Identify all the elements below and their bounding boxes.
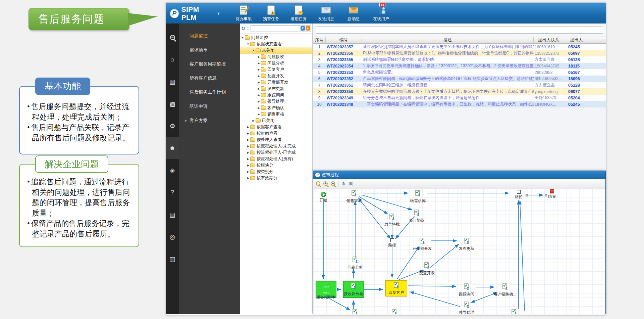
tree-node[interactable]: ▶已关闭 bbox=[240, 118, 312, 124]
refresh-icon[interactable]: ↻ bbox=[241, 26, 246, 32]
table-row[interactable]: 7WT202023351请问怎么同时给三维加二维授权流程方太董立鑫05128 bbox=[313, 82, 606, 88]
header-tool-todo[interactable]: 待办事项 bbox=[230, 5, 257, 22]
flow-node-partial[interactable] bbox=[501, 309, 527, 314]
column-header[interactable]: 序号 bbox=[313, 37, 326, 43]
table-row[interactable]: 8WT202023350在模具主数据中的详细信息认领卡上传文件后点击归档，提示下… bbox=[313, 88, 606, 95]
tree-node[interactable]: ▼依据状态查看 bbox=[240, 41, 312, 47]
tree-expand-icon[interactable]: ▶ bbox=[246, 138, 250, 141]
column-header[interactable]: 编号 bbox=[326, 37, 362, 43]
header-tool-overdue-task[interactable]: 逾期任务 bbox=[285, 5, 312, 22]
tree-node[interactable]: ▶配置开发 bbox=[240, 73, 312, 79]
tree-expand-icon[interactable]: ▼ bbox=[252, 49, 255, 52]
column-header[interactable]: 提出人 bbox=[567, 37, 586, 43]
tree-expand-icon[interactable]: ▶ bbox=[257, 113, 261, 116]
window-titlebar[interactable]: P 签审过程 bbox=[313, 171, 605, 179]
tree-node[interactable]: ▶回复客户 bbox=[240, 66, 312, 73]
tree-node[interactable]: ▶问题分析 bbox=[240, 60, 312, 66]
rail-item-security-shield[interactable]: ◈ bbox=[166, 159, 179, 181]
tree-expand-icon[interactable]: ▶ bbox=[246, 157, 250, 161]
tree-search-input[interactable]: ▼ ▲ bbox=[251, 25, 311, 32]
flow-node-发布更新[interactable]: 发布更新 bbox=[454, 238, 479, 251]
tree-expand-icon[interactable]: ▶ bbox=[257, 87, 261, 90]
tree-expand-icon[interactable]: ▶ bbox=[257, 100, 261, 103]
flow-node-回复客户[interactable]: 回复客户 bbox=[385, 280, 407, 297]
flow-node-服务端脚本[interactable]: 10100101服务端脚本 bbox=[316, 281, 336, 298]
flow-node-开发部开发[interactable]: 开发部开发 bbox=[410, 238, 435, 251]
tree-node[interactable]: ▶按类别分 bbox=[240, 169, 312, 175]
tree-expand-icon[interactable]: ▶ bbox=[257, 75, 261, 78]
monitor-icon[interactable]: ▣ bbox=[348, 181, 353, 186]
tree-expand-icon[interactable]: ▶ bbox=[246, 145, 250, 148]
tree-node[interactable]: ▶销售审核 bbox=[240, 111, 312, 118]
table-row[interactable]: 5WT202023353角色及权限设置。2803295805167 bbox=[313, 69, 606, 76]
tree-expand-icon[interactable]: ▶ bbox=[257, 68, 261, 71]
hierarchy-icon[interactable]: ∷ bbox=[247, 26, 250, 31]
flow-node-领导处理[interactable]: 领导处理 bbox=[454, 302, 479, 314]
tree-node[interactable]: ▶按模块分 bbox=[240, 162, 312, 169]
brand-menu[interactable]: P SIPM PLM ▼ bbox=[170, 5, 220, 21]
locate-icon[interactable]: ⊕ bbox=[341, 181, 345, 186]
flow-node-签订协议[interactable]: 签订协议 bbox=[404, 210, 430, 223]
tree-expand-icon[interactable]: ▶ bbox=[257, 81, 261, 84]
flow-node-开始[interactable]: 开始 bbox=[313, 192, 336, 203]
flow-node-销售审核[interactable]: 销售审核 bbox=[341, 190, 367, 203]
tree-node[interactable]: ▶按处理人查看 bbox=[240, 137, 312, 143]
table-row[interactable]: 4WT2020233541.系统中待变更单元测试进行确认，涉及：13290122… bbox=[313, 63, 606, 69]
flow-node-跟踪询问[interactable]: 跟踪询问 bbox=[454, 283, 479, 297]
tree-node[interactable]: ▶按流程处理人-已完成 bbox=[240, 149, 312, 156]
tree-expand-icon[interactable]: ▶ bbox=[246, 164, 250, 167]
menu-item[interactable]: ▶所有客户信息 bbox=[179, 71, 240, 85]
menu-item[interactable]: ▶客户方案 bbox=[179, 113, 240, 128]
table-row[interactable]: 1WT202023357通过权限级别控制本部人员不能查看变更历史中的图纸和技术文… bbox=[313, 44, 606, 50]
tree-expand-icon[interactable]: ▶ bbox=[246, 177, 250, 180]
tree-node[interactable]: ▼未关闭 bbox=[240, 47, 312, 54]
flow-node-转需求库[interactable]: 转需求库 bbox=[405, 190, 431, 203]
tree-expand-icon[interactable]: ▶ bbox=[246, 151, 250, 154]
tree-node[interactable]: ▶按时间查看 bbox=[240, 130, 312, 137]
tree-expand-icon[interactable]: ▼ bbox=[241, 36, 245, 39]
header-tool-online-users[interactable]: 88在线用户 bbox=[367, 5, 395, 22]
tree-expand-icon[interactable]: ▶ bbox=[246, 126, 250, 129]
rail-item-hotline[interactable]: ◎ bbox=[166, 226, 179, 248]
flow-node-问题分析[interactable]: 问题分析 bbox=[342, 257, 368, 270]
menu-item[interactable]: ▶培训申请 bbox=[179, 99, 240, 113]
rail-item-sipm-search[interactable]: SIPM bbox=[166, 26, 179, 48]
rail-item-presentation[interactable]: ▦ bbox=[166, 71, 179, 93]
tree-node[interactable]: ▶开发部开发 bbox=[240, 79, 312, 86]
menu-item[interactable]: ▶售后服务工作计划 bbox=[179, 85, 240, 99]
flow-node-思普特批[interactable]: 思普特批 bbox=[379, 214, 405, 227]
filter-input[interactable] bbox=[316, 27, 603, 34]
tree-expand-icon[interactable]: ▶ bbox=[257, 94, 261, 97]
table-row[interactable]: 2WT202023356PLM中零部件物料属性需要辅助修改：1、物料名称包含漆包… bbox=[313, 50, 606, 56]
tree-node[interactable]: ▼问题监控 bbox=[240, 35, 312, 41]
flow-node-接收及分类[interactable]: 接收及分类 bbox=[343, 281, 364, 298]
table-row[interactable]: 6WT202023352产品试验检验问题：wanghongzhi账号下的试验单0… bbox=[313, 76, 606, 82]
rail-item-settings-gear[interactable]: ⚙ bbox=[166, 115, 179, 137]
tree-node[interactable]: ▶依据客户查看 bbox=[240, 124, 312, 130]
rail-item-customer-service[interactable]: ☻ bbox=[166, 137, 179, 159]
menu-item[interactable]: ▶客户服务周期监控 bbox=[179, 57, 240, 71]
tree-node[interactable]: ▶按有效期分 bbox=[240, 175, 312, 181]
zoom-out-icon[interactable]: − bbox=[331, 181, 335, 186]
table-row[interactable]: 10WT202023348一平台编码管理问题：在编码管理中，编码有审批中，已生效… bbox=[313, 101, 606, 107]
header-tool-alert-task[interactable]: 预警任务 bbox=[257, 5, 285, 22]
column-header[interactable]: 描述 bbox=[362, 37, 534, 43]
tree-node[interactable]: ▶按流程处理人(所有) bbox=[240, 156, 312, 162]
search-down-icon[interactable]: ▼ bbox=[301, 26, 305, 31]
flow-node-路径[interactable]: 路径 bbox=[379, 238, 405, 248]
rail-item-id-card[interactable]: ▥ bbox=[166, 248, 179, 270]
flow-node-partial[interactable] bbox=[382, 309, 407, 314]
tree-expand-icon[interactable]: ▶ bbox=[252, 119, 255, 122]
header-tool-send-message[interactable]: ➤发送消息 bbox=[312, 5, 340, 22]
tree-node[interactable]: ▶跟踪询问 bbox=[240, 92, 312, 98]
table-row[interactable]: 9WT202023349组号分总成不自动更新问题，麻烦在系统内协调下，详情请见附… bbox=[313, 95, 606, 101]
tree-node[interactable]: ▶问题接收 bbox=[240, 54, 312, 60]
rail-item-company[interactable]: ▩ bbox=[166, 93, 179, 115]
tree-node[interactable]: ▶按流程处理人-未完成 bbox=[240, 143, 312, 149]
tree-expand-icon[interactable]: ▶ bbox=[246, 132, 250, 135]
flow-node-partial[interactable] bbox=[342, 309, 368, 314]
flow-node-配置开发[interactable]: 配置开发 bbox=[414, 262, 440, 276]
tree-node[interactable]: ▶领导处理 bbox=[240, 98, 312, 105]
column-header[interactable]: 提出人联系... bbox=[534, 37, 567, 43]
tree-expand-icon[interactable]: ▶ bbox=[257, 106, 261, 109]
